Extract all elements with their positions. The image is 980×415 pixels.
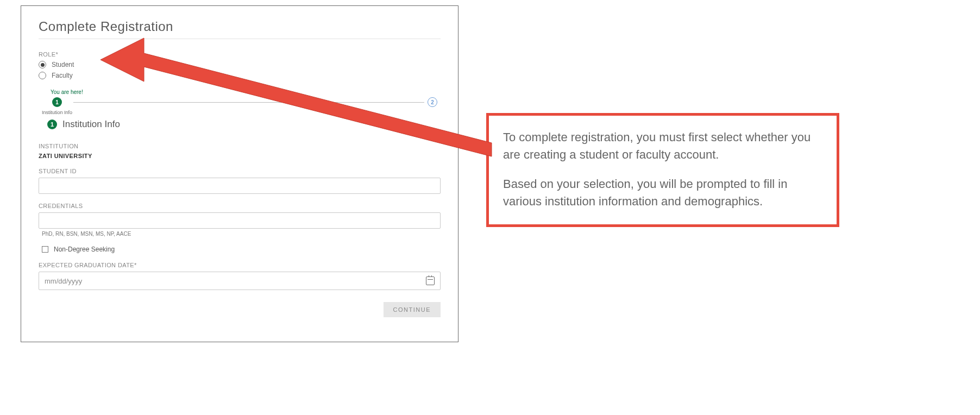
role-option-faculty[interactable]: Faculty: [39, 72, 441, 79]
step-1-caption: Institution Info: [42, 110, 72, 115]
grad-date-input[interactable]: mm/dd/yyyy: [39, 272, 441, 290]
role-block: ROLE* Student Faculty: [39, 51, 441, 79]
callout-paragraph-2: Based on your selection, you will be pro…: [503, 175, 822, 210]
credentials-input[interactable]: [39, 212, 441, 229]
student-id-label: STUDENT ID: [39, 168, 441, 174]
grad-date-placeholder: mm/dd/yyyy: [45, 277, 82, 285]
continue-row: CONTINUE: [39, 302, 441, 317]
checkbox-icon: [42, 246, 48, 253]
institution-field: INSTITUTION ZATI UNIVERSITY: [39, 143, 441, 159]
continue-button[interactable]: CONTINUE: [384, 302, 441, 317]
section-number-circle: 1: [47, 120, 57, 129]
step-1-circle: 1: [52, 97, 62, 107]
callout-paragraph-1: To complete registration, you must first…: [503, 129, 822, 164]
role-option-student[interactable]: Student: [39, 61, 441, 68]
student-id-input[interactable]: [39, 178, 441, 194]
calendar-icon: [426, 276, 435, 285]
you-are-here-label: You are here!: [51, 89, 441, 95]
section-title: Institution Info: [62, 119, 120, 130]
radio-icon: [39, 72, 46, 79]
grad-date-label: EXPECTED GRADUATION DATE*: [39, 262, 441, 268]
non-degree-label: Non-Degree Seeking: [54, 246, 115, 253]
role-faculty-label: Faculty: [52, 72, 73, 79]
radio-icon: [39, 61, 46, 68]
section-heading: 1 Institution Info: [47, 119, 441, 130]
non-degree-checkbox[interactable]: Non-Degree Seeking: [42, 246, 441, 253]
credentials-helper: PhD, RN, BSN, MSN, MS, NP, AACE: [42, 231, 441, 237]
step-line: [73, 102, 424, 103]
institution-label: INSTITUTION: [39, 143, 441, 149]
student-id-field: STUDENT ID: [39, 168, 441, 194]
step-2-circle: 2: [428, 97, 437, 107]
role-label: ROLE*: [39, 51, 441, 58]
page-title: Complete Registration: [39, 19, 441, 39]
credentials-field: CREDENTIALS PhD, RN, BSN, MSN, MS, NP, A…: [39, 203, 441, 237]
non-degree-field: Non-Degree Seeking: [39, 246, 441, 253]
grad-date-field: EXPECTED GRADUATION DATE* mm/dd/yyyy: [39, 262, 441, 290]
institution-value: ZATI UNIVERSITY: [39, 153, 441, 159]
help-callout: To complete registration, you must first…: [486, 113, 839, 227]
stepper: You are here! 1 Institution Info 2: [41, 89, 441, 107]
registration-form-card: Complete Registration ROLE* Student Facu…: [21, 5, 458, 342]
credentials-label: CREDENTIALS: [39, 203, 441, 209]
role-student-label: Student: [52, 61, 74, 68]
